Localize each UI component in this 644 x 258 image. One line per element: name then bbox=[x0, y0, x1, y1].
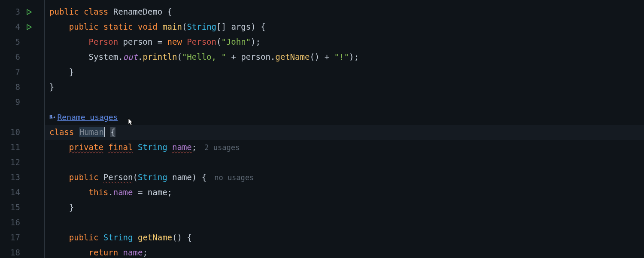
code-line[interactable]: private final String name;2 usages bbox=[49, 140, 644, 155]
run-icon[interactable] bbox=[26, 24, 32, 30]
code-line[interactable]: public class RenameDemo { bbox=[49, 4, 644, 19]
code-line[interactable]: public String getName() { bbox=[49, 230, 644, 245]
line-number: 12 bbox=[0, 155, 24, 170]
code-line[interactable]: } bbox=[49, 200, 644, 215]
code-line[interactable]: } bbox=[49, 80, 644, 95]
line-number: 9 bbox=[0, 95, 24, 110]
line-number: 14 bbox=[0, 185, 24, 200]
code-line[interactable]: public Person(String name) {no usages bbox=[49, 170, 644, 185]
usage-hint: no usages bbox=[207, 173, 254, 182]
code-line[interactable] bbox=[49, 155, 644, 170]
gutter: 3 4 5 6 7 8 9 10 11 12 13 14 15 16 17 18 bbox=[0, 0, 45, 258]
line-number: 7 bbox=[0, 64, 24, 80]
rename-hint-icon: R⇢ bbox=[49, 110, 55, 125]
current-line-highlight bbox=[45, 125, 644, 140]
rename-usages-hint[interactable]: R⇢ Rename usages bbox=[49, 110, 118, 125]
rename-usages-link[interactable]: Rename usages bbox=[57, 110, 118, 125]
line-number: 17 bbox=[0, 230, 24, 245]
run-icon[interactable] bbox=[26, 9, 32, 15]
code-line[interactable]: Person person = new Person("John"); bbox=[49, 34, 644, 49]
line-number: 5 bbox=[0, 34, 24, 49]
line-number: 18 bbox=[0, 245, 24, 258]
line-number: 16 bbox=[0, 215, 24, 230]
line-number: 13 bbox=[0, 170, 24, 185]
code-line[interactable] bbox=[49, 215, 644, 230]
code-line[interactable]: System.out.println("Hello, " + person.ge… bbox=[49, 49, 644, 64]
line-number: 3 bbox=[0, 4, 24, 19]
code-line[interactable]: this.name = name; bbox=[49, 185, 644, 200]
rename-input[interactable]: Human bbox=[79, 127, 104, 137]
code-line[interactable]: return name; bbox=[49, 245, 644, 258]
code-line[interactable]: } bbox=[49, 64, 644, 80]
code-line[interactable]: public static void main(String[] args) { bbox=[49, 19, 644, 34]
line-number: 8 bbox=[0, 80, 24, 95]
line-number: 4 bbox=[0, 19, 24, 34]
code-line[interactable] bbox=[49, 95, 644, 110]
line-number: 6 bbox=[0, 49, 24, 64]
line-number: 11 bbox=[0, 140, 24, 155]
usage-hint: 2 usages bbox=[197, 143, 240, 152]
code-editor[interactable]: 3 4 5 6 7 8 9 10 11 12 13 14 15 16 17 18… bbox=[0, 0, 644, 258]
text-caret bbox=[104, 127, 105, 137]
line-number: 15 bbox=[0, 200, 24, 215]
code-area[interactable]: public class RenameDemo { public static … bbox=[45, 0, 644, 258]
line-number: 10 bbox=[0, 125, 24, 140]
